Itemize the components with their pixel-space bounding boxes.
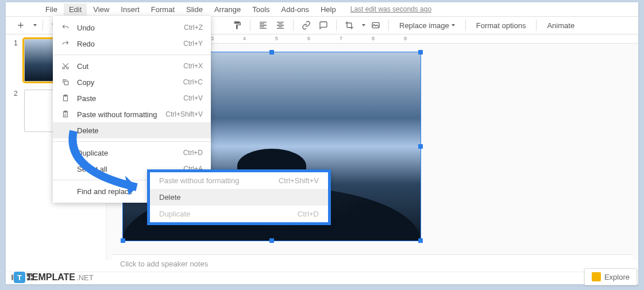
menu-redo[interactable]: RedoCtrl+Y — [53, 36, 211, 52]
menu-paste[interactable]: PasteCtrl+V — [53, 90, 211, 106]
new-slide-button[interactable] — [14, 18, 28, 32]
crop-caret[interactable] — [362, 24, 365, 26]
resize-handle[interactable] — [269, 50, 274, 55]
menu-file[interactable]: File — [40, 3, 63, 16]
paste-icon — [61, 94, 70, 103]
menu-slide[interactable]: Slide — [181, 3, 208, 16]
thumb-number: 1 — [14, 39, 20, 82]
speaker-notes[interactable]: Click to add speaker notes — [112, 254, 633, 272]
menu-delete[interactable]: Delete — [53, 122, 211, 138]
menu-help[interactable]: Help — [315, 3, 341, 16]
resize-handle[interactable] — [121, 238, 125, 243]
svg-point-8 — [67, 67, 69, 69]
copy-icon — [61, 78, 70, 87]
annotation-callout: Paste without formattingCtrl+Shift+V Del… — [147, 169, 331, 225]
menu-undo[interactable]: UndoCtrl+Z — [53, 20, 211, 36]
resize-handle[interactable] — [418, 238, 423, 243]
align-button[interactable] — [256, 18, 270, 32]
resize-handle[interactable] — [418, 50, 423, 55]
thumb-number: 2 — [14, 90, 20, 132]
menu-paste-wf[interactable]: Paste without formattingCtrl+Shift+V — [53, 106, 211, 122]
menu-view[interactable]: View — [88, 3, 114, 16]
mask-button[interactable] — [369, 18, 383, 32]
menu-insert[interactable]: Insert — [115, 3, 145, 16]
menu-tools[interactable]: Tools — [247, 3, 275, 16]
explore-button[interactable]: Explore — [584, 268, 637, 285]
paint-format-button[interactable] — [230, 18, 244, 32]
footer-bar — [6, 272, 638, 284]
distribute-button[interactable] — [273, 18, 287, 32]
animate-button[interactable]: Animate — [542, 19, 579, 32]
menubar: File Edit View Insert Format Slide Arran… — [6, 2, 638, 16]
cut-icon — [61, 61, 70, 71]
menu-addons[interactable]: Add-ons — [276, 3, 314, 16]
menu-duplicate[interactable]: DuplicateCtrl+D — [53, 145, 211, 161]
menu-format[interactable]: Format — [146, 3, 180, 16]
replace-image-button[interactable]: Replace image — [395, 19, 460, 32]
explore-icon — [592, 272, 601, 281]
svg-rect-1 — [11, 274, 13, 280]
paste-wf-icon — [61, 110, 70, 119]
new-slide-caret[interactable] — [33, 24, 37, 26]
resize-handle[interactable] — [418, 144, 423, 149]
watermark-logo: T TEMPLATE.NET — [14, 272, 94, 283]
format-options-button[interactable]: Format options — [472, 19, 531, 32]
svg-rect-9 — [64, 81, 68, 84]
resize-handle[interactable] — [269, 238, 274, 243]
menu-cut[interactable]: CutCtrl+X — [53, 58, 211, 74]
undo-icon — [61, 23, 70, 32]
menu-copy[interactable]: CopyCtrl+C — [53, 74, 211, 90]
last-edit-link[interactable]: Last edit was seconds ago — [350, 5, 431, 13]
crop-button[interactable] — [342, 18, 356, 32]
callout-delete-row: Delete — [150, 189, 328, 206]
menu-arrange[interactable]: Arrange — [209, 3, 246, 16]
comment-button[interactable] — [317, 18, 330, 32]
link-button[interactable] — [299, 18, 313, 32]
menu-edit[interactable]: Edit — [64, 3, 87, 16]
svg-point-7 — [63, 67, 65, 69]
redo-icon — [61, 39, 70, 48]
